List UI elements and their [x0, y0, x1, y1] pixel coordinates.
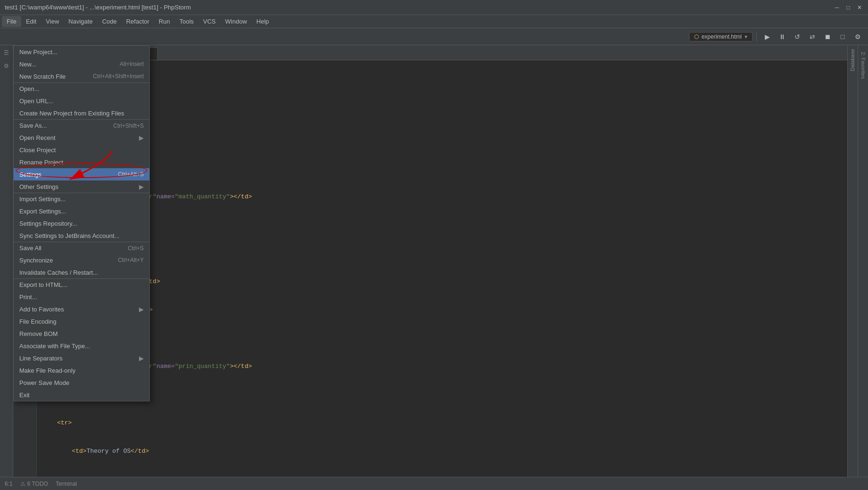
code-line-43: <td>High education press</td>	[42, 475, 842, 477]
code-line-31: <td>ACM press</td>	[42, 136, 842, 145]
menu-vcs[interactable]: VCS	[198, 16, 221, 27]
menu-item-export-html[interactable]: Export to HTML...	[14, 278, 149, 291]
menu-item-rename-project[interactable]: Rename Project	[14, 156, 149, 168]
code-line-29: <tr>	[42, 79, 842, 89]
menu-item-new-scratch-file[interactable]: New Scratch File Ctrl+Alt+Shift+Insert	[14, 70, 149, 82]
code-line-38: <td>$10</td>	[42, 334, 842, 343]
menu-run[interactable]: Run	[154, 16, 175, 27]
current-file-label[interactable]: ⬡ experiment.html ▾	[689, 32, 753, 41]
header-toolbar: ⬡ experiment.html ▾ ▶ ⏸ ↺ ⇄ ⏹ □ ⚙	[0, 28, 868, 45]
menu-item-open[interactable]: Open...	[14, 82, 149, 95]
run-button[interactable]: ▶	[761, 30, 774, 43]
menu-code[interactable]: Code	[98, 16, 122, 27]
menu-bar: File Edit View Navigate Code Refactor Ru…	[0, 15, 868, 28]
status-cursor: 6:1	[5, 481, 13, 487]
menu-item-settings[interactable]: Settings... Ctrl+Alt+S	[14, 168, 149, 180]
menu-file[interactable]: File	[2, 16, 21, 27]
code-line-37: <td>Science press</td>	[42, 305, 842, 315]
menu-item-import-settings[interactable]: Import Settings...	[14, 193, 149, 205]
file-dropdown-icon[interactable]: ▾	[745, 33, 747, 40]
menu-item-line-separators[interactable]: Line Separators ▶	[14, 352, 149, 364]
menu-item-associate-file-type[interactable]: Associate with File Type...	[14, 340, 149, 352]
menu-item-file-encoding[interactable]: File Encoding	[14, 315, 149, 327]
reload-button[interactable]: ↺	[791, 30, 804, 43]
menu-item-make-read-only[interactable]: Make File Read-only	[14, 364, 149, 376]
menu-item-save-all[interactable]: Save All Ctrl+S	[14, 242, 149, 254]
menu-item-sync-settings[interactable]: Sync Settings to JetBrains Account...	[14, 229, 149, 242]
database-tab[interactable]: Database	[848, 45, 858, 75]
status-todo[interactable]: ⚠ 6 TODO	[20, 481, 48, 487]
title-bar-controls: ─ □ ✕	[833, 4, 863, 11]
menu-item-open-url[interactable]: Open URL...	[14, 95, 149, 107]
todo-count: 6 TODO	[27, 481, 48, 487]
window-title: test1 [C:\wamp64\www\test1] - ...\experi…	[5, 4, 191, 11]
step-button[interactable]: ⇄	[806, 30, 819, 43]
todo-icon: ⚠	[20, 481, 25, 487]
cursor-position: 6:1	[5, 481, 13, 487]
menu-item-close-project[interactable]: Close Project	[14, 144, 149, 156]
left-sidebar: ☰ ⚙	[0, 45, 13, 477]
menu-item-settings-repository[interactable]: Settings Repository...	[14, 217, 149, 229]
code-line-34: </tr>	[42, 220, 842, 230]
menu-item-invalidate-caches[interactable]: Invalidate Caches / Restart...	[14, 266, 149, 278]
file-icon: ⬡	[694, 33, 699, 40]
left-btn-1[interactable]: ☰	[1, 47, 12, 58]
settings-button[interactable]: ⚙	[851, 30, 864, 43]
status-terminal[interactable]: Terminal	[56, 481, 77, 487]
menu-window[interactable]: Window	[221, 16, 252, 27]
menu-item-new[interactable]: New... Alt+Insert	[14, 58, 149, 70]
debug-button[interactable]: ⏸	[776, 30, 789, 43]
status-bar: 6:1 ⚠ 6 TODO Terminal	[0, 477, 868, 490]
file-name: experiment.html	[702, 33, 742, 40]
menu-item-print[interactable]: Print...	[14, 291, 149, 303]
menu-refactor[interactable]: Refactor	[122, 16, 154, 27]
menu-navigate[interactable]: Navigate	[64, 16, 97, 27]
minimize-button[interactable]: ─	[833, 4, 841, 11]
menu-tools[interactable]: Tools	[175, 16, 198, 27]
left-btn-2[interactable]: ⚙	[1, 60, 12, 72]
menu-item-other-settings[interactable]: Other Settings ▶	[14, 180, 149, 193]
menu-edit[interactable]: Edit	[21, 16, 41, 27]
code-editor[interactable]: <tr> <td>mathematics</td> <td>ACM press<…	[37, 60, 847, 477]
file-dropdown-menu: New Project... New... Alt+Insert New Scr…	[13, 45, 150, 401]
code-line-30: <td>mathematics</td>	[42, 107, 842, 117]
code-line-41: <tr>	[42, 418, 842, 428]
menu-item-create-from-existing[interactable]: Create New Project from Existing Files	[14, 107, 149, 119]
menu-item-remove-bom[interactable]: Remove BOM	[14, 327, 149, 340]
code-line-32: <td>$6.2</td>	[42, 164, 842, 173]
menu-item-open-recent[interactable]: Open Recent ▶	[14, 131, 149, 144]
separator	[756, 32, 757, 41]
menu-item-synchronize[interactable]: Synchronize Ctrl+Alt+Y	[14, 254, 149, 266]
layout-button[interactable]: □	[836, 30, 849, 43]
terminal-label: Terminal	[56, 481, 77, 487]
menu-item-new-project[interactable]: New Project...	[14, 46, 149, 58]
code-line-42: <td>Theory of OS</td>	[42, 447, 842, 456]
close-button[interactable]: ✕	[856, 4, 863, 11]
menu-item-save-as[interactable]: Save As... Ctrl+Shift+S	[14, 119, 149, 131]
right-sidebar: Database	[847, 45, 858, 477]
code-line-33: <td><input type="number" name="math_quan…	[42, 192, 842, 202]
maximize-button[interactable]: □	[844, 4, 852, 11]
menu-item-export-settings[interactable]: Export Settings...	[14, 205, 149, 217]
code-line-35: <tr>	[42, 249, 842, 258]
code-line-40: </tr>	[42, 390, 842, 400]
stop-button[interactable]: ⏹	[821, 30, 834, 43]
code-line-39: <td><input type="number" name="prin_quan…	[42, 362, 842, 371]
favorites-tab[interactable]: 2: Favorites	[859, 49, 868, 82]
title-bar: test1 [C:\wamp64\www\test1] - ...\experi…	[0, 0, 868, 15]
menu-item-exit[interactable]: Exit	[14, 389, 149, 401]
menu-help[interactable]: Help	[252, 16, 274, 27]
code-line-36: <td>principle of OS</td>	[42, 277, 842, 286]
menu-item-add-to-favorites[interactable]: Add to Favorites ▶	[14, 303, 149, 315]
menu-view[interactable]: View	[41, 16, 64, 27]
menu-item-power-save-mode[interactable]: Power Save Mode	[14, 376, 149, 389]
